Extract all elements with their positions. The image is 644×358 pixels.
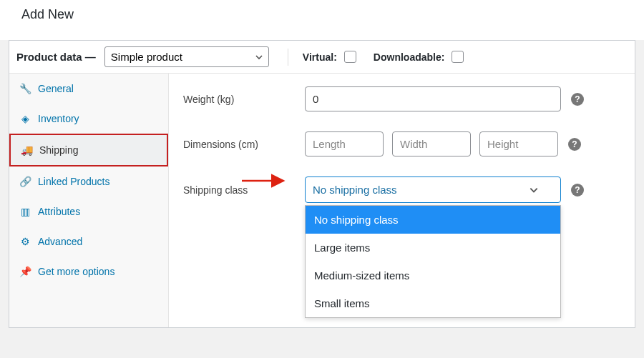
downloadable-checkbox[interactable] bbox=[452, 51, 464, 63]
width-input[interactable] bbox=[392, 131, 471, 156]
list-icon: ◈ bbox=[19, 113, 31, 124]
shipping-class-help-icon[interactable]: ? bbox=[571, 184, 584, 197]
tab-content-shipping: Weight (kg) ? Dimensions (cm) ? Shipping… bbox=[169, 74, 635, 327]
tab-advanced[interactable]: ⚙ Advanced bbox=[9, 227, 168, 257]
weight-input[interactable] bbox=[305, 86, 561, 111]
tab-label: Linked Products bbox=[38, 176, 109, 187]
tab-attributes[interactable]: ▥ Attributes bbox=[9, 197, 168, 227]
tab-label: General bbox=[38, 83, 74, 94]
page-title: Add New bbox=[0, 0, 644, 40]
dimensions-help-icon[interactable]: ? bbox=[568, 138, 581, 151]
tab-label: Shipping bbox=[39, 144, 79, 156]
shipping-class-row: Shipping class No shipping class No ship… bbox=[183, 176, 620, 203]
weight-row: Weight (kg) ? bbox=[183, 86, 620, 111]
gear-icon: ⚙ bbox=[19, 236, 31, 247]
tab-shipping[interactable]: 🚚 Shipping bbox=[9, 134, 168, 166]
product-data-tabs: 🔧 General ◈ Inventory 🚚 Shipping 🔗 Linke… bbox=[9, 74, 169, 327]
shipping-class-selected-text: No shipping class bbox=[313, 184, 397, 196]
product-data-panel: Product data — Simple product Virtual: D… bbox=[9, 40, 635, 328]
shipping-class-option[interactable]: No shipping class bbox=[306, 206, 560, 234]
chevron-down-icon bbox=[529, 185, 539, 195]
truck-icon: 🚚 bbox=[21, 144, 32, 156]
tab-linked-products[interactable]: 🔗 Linked Products bbox=[9, 166, 168, 197]
tab-label: Get more options bbox=[38, 266, 114, 277]
shipping-class-option[interactable]: Small items bbox=[306, 289, 560, 317]
shipping-class-option[interactable]: Medium-sized items bbox=[306, 262, 560, 289]
product-data-header: Product data — Simple product Virtual: D… bbox=[9, 41, 635, 74]
product-data-label: Product data — bbox=[16, 51, 96, 63]
dimensions-label: Dimensions (cm) bbox=[183, 139, 305, 150]
shipping-class-option[interactable]: Large items bbox=[306, 234, 560, 262]
virtual-checkbox[interactable] bbox=[344, 51, 356, 63]
product-type-select[interactable]: Simple product bbox=[104, 46, 269, 67]
virtual-label: Virtual: bbox=[303, 51, 337, 63]
tab-label: Inventory bbox=[38, 113, 79, 124]
weight-label: Weight (kg) bbox=[183, 94, 305, 105]
tab-inventory[interactable]: ◈ Inventory bbox=[9, 104, 168, 134]
pin-icon: 📌 bbox=[19, 266, 31, 277]
tab-label: Advanced bbox=[38, 236, 82, 247]
tab-label: Attributes bbox=[38, 206, 80, 217]
shipping-class-select[interactable]: No shipping class bbox=[305, 176, 561, 203]
dimensions-row: Dimensions (cm) ? bbox=[183, 131, 620, 156]
wrench-icon: 🔧 bbox=[19, 83, 31, 94]
tab-general[interactable]: 🔧 General bbox=[9, 74, 168, 104]
height-input[interactable] bbox=[479, 131, 558, 156]
shipping-class-label: Shipping class bbox=[183, 184, 305, 196]
header-divider bbox=[288, 49, 288, 66]
length-input[interactable] bbox=[305, 131, 384, 156]
downloadable-label: Downloadable: bbox=[374, 51, 445, 63]
weight-help-icon[interactable]: ? bbox=[571, 93, 584, 106]
tab-get-more-options[interactable]: 📌 Get more options bbox=[9, 257, 168, 287]
link-icon: 🔗 bbox=[19, 176, 31, 187]
box-icon: ▥ bbox=[19, 206, 31, 217]
shipping-class-dropdown: No shipping class Large items Medium-siz… bbox=[305, 205, 561, 318]
